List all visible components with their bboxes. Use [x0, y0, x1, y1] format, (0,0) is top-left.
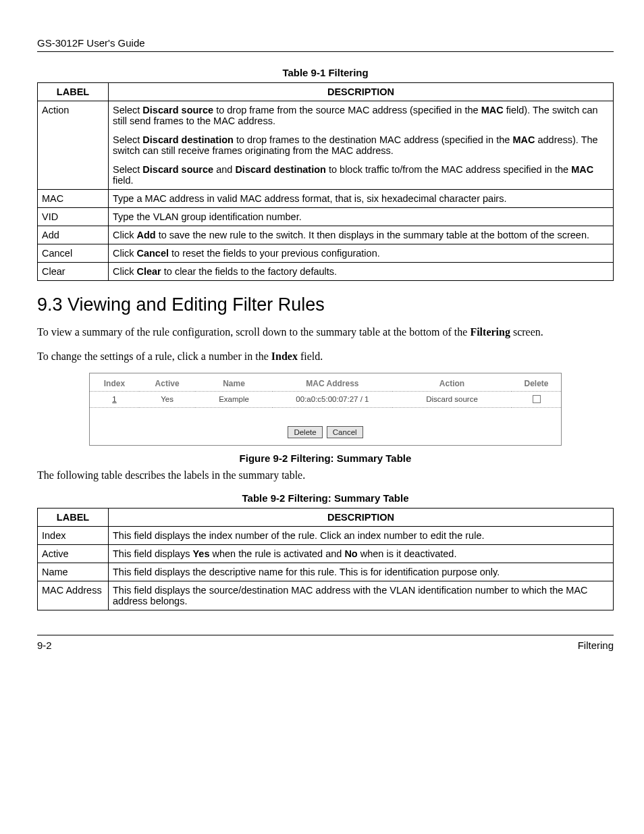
th-description: DESCRIPTION [109, 83, 614, 101]
footer-chapter: Filtering [578, 640, 614, 651]
body-paragraph: The following table describes the labels… [37, 468, 614, 483]
text-bold: No [344, 548, 357, 559]
running-header: GS-3012F User's Guide [37, 37, 614, 52]
text-bold: Discard destination [142, 134, 234, 145]
cell-label: Add [38, 226, 109, 244]
figure-9-2: Index Active Name MAC Address Action Del… [89, 373, 562, 446]
section-heading: 9.3 Viewing and Editing Filter Rules [37, 294, 614, 315]
text: field. [113, 175, 134, 186]
text-bold: Add [136, 230, 155, 240]
col-action: Action [392, 373, 512, 392]
text: to clear the fields to the factory defau… [161, 266, 337, 277]
text-bold: Discard source [142, 105, 213, 115]
col-active: Active [139, 373, 195, 392]
table-row: MAC Address This field displays the sour… [38, 581, 614, 610]
cell-desc: Type a MAC address in valid MAC address … [109, 190, 614, 208]
text-bold: MAC [512, 134, 535, 145]
table-row: Clear Click Clear to clear the fields to… [38, 263, 614, 281]
index-link[interactable]: 1 [112, 395, 116, 403]
text: and [213, 164, 235, 175]
table-header-row: LABEL DESCRIPTION [38, 83, 614, 101]
text: to drop frames to the destination MAC ad… [234, 134, 512, 145]
th-label: LABEL [38, 83, 109, 101]
delete-checkbox[interactable] [533, 395, 541, 403]
delete-button[interactable]: Delete [288, 426, 322, 438]
summary-data-row: 1 Yes Example 00:a0:c5:00:07:27 / 1 Disc… [90, 392, 561, 408]
col-index: Index [90, 373, 139, 392]
table-9-1-caption: Table 9-1 Filtering [37, 67, 614, 78]
text-bold: Filtering [470, 326, 510, 338]
th-label: LABEL [38, 508, 109, 526]
text: to save the new rule to the switch. It t… [156, 230, 589, 240]
cell-action: Discard source [392, 392, 512, 408]
cell-label: Index [38, 526, 109, 544]
text: when the rule is activated and [209, 548, 344, 559]
page-footer: 9-2 Filtering [37, 635, 614, 651]
text: field. [298, 350, 323, 362]
cancel-button[interactable]: Cancel [327, 426, 363, 438]
cell-label: Action [38, 101, 109, 190]
text-bold: Discard source [142, 164, 213, 175]
cell-desc: This field displays the source/destinati… [109, 581, 614, 610]
cell-label: VID [38, 208, 109, 226]
summary-table: Index Active Name MAC Address Action Del… [90, 373, 561, 408]
cell-desc: Type the VLAN group identification numbe… [109, 208, 614, 226]
th-description: DESCRIPTION [109, 508, 614, 526]
cell-desc: This field displays the descriptive name… [109, 563, 614, 581]
text: This field displays [113, 548, 192, 559]
table-row: VID Type the VLAN group identification n… [38, 208, 614, 226]
cell-mac: 00:a0:c5:00:07:27 / 1 [273, 392, 392, 408]
text: screen. [510, 326, 543, 338]
cell-label: MAC [38, 190, 109, 208]
text: Click [113, 248, 136, 259]
text-bold: Discard destination [235, 164, 326, 175]
cell-desc: Click Add to save the new rule to the sw… [109, 226, 614, 244]
text: to drop frame from the source MAC addres… [213, 105, 481, 115]
footer-page-number: 9-2 [37, 640, 52, 651]
cell-desc: This field displays the index number of … [109, 526, 614, 544]
text: Select [113, 134, 142, 145]
table-row: Action Select Discard source to drop fra… [38, 101, 614, 190]
table-header-row: LABEL DESCRIPTION [38, 508, 614, 526]
text-bold: Clear [136, 266, 161, 277]
table-row: Add Click Add to save the new rule to th… [38, 226, 614, 244]
text: Select [113, 105, 142, 115]
table-9-2: LABEL DESCRIPTION Index This field displ… [37, 508, 614, 610]
cell-name: Example [195, 392, 273, 408]
cell-desc: Select Discard source to drop frame from… [109, 101, 614, 190]
body-paragraph: To view a summary of the rule configurat… [37, 325, 614, 340]
text: to reset the fields to your previous con… [169, 248, 380, 259]
table-row: Active This field displays Yes when the … [38, 544, 614, 563]
table-row: Index This field displays the index numb… [38, 526, 614, 544]
col-name: Name [195, 373, 273, 392]
table-row: MAC Type a MAC address in valid MAC addr… [38, 190, 614, 208]
text-bold: Yes [192, 548, 209, 559]
figure-button-row: Delete Cancel [90, 408, 561, 445]
cell-active: Yes [139, 392, 195, 408]
body-paragraph: To change the settings of a rule, click … [37, 349, 614, 364]
cell-desc: This field displays Yes when the rule is… [109, 544, 614, 563]
text-bold: Cancel [136, 248, 169, 259]
cell-label: MAC Address [38, 581, 109, 610]
text: To change the settings of a rule, click … [37, 350, 271, 362]
cell-desc: Click Cancel to reset the fields to your… [109, 244, 614, 263]
text: Select [113, 164, 142, 175]
figure-9-2-caption: Figure 9-2 Filtering: Summary Table [37, 452, 614, 464]
table-row: Cancel Click Cancel to reset the fields … [38, 244, 614, 263]
summary-header-row: Index Active Name MAC Address Action Del… [90, 373, 561, 392]
text: Click [113, 266, 136, 277]
table-9-1: LABEL DESCRIPTION Action Select Discard … [37, 82, 614, 281]
cell-label: Active [38, 544, 109, 563]
cell-label: Name [38, 563, 109, 581]
text-bold: MAC [481, 105, 504, 115]
text: to block traffic to/from the MAC address… [326, 164, 571, 175]
cell-delete [512, 392, 561, 408]
col-delete: Delete [512, 373, 561, 392]
text: when is it deactivated. [358, 548, 457, 559]
col-mac: MAC Address [273, 373, 392, 392]
cell-desc: Click Clear to clear the fields to the f… [109, 263, 614, 281]
cell-label: Cancel [38, 244, 109, 263]
table-row: Name This field displays the descriptive… [38, 563, 614, 581]
text-bold: Index [271, 350, 298, 362]
text: Click [113, 230, 136, 240]
